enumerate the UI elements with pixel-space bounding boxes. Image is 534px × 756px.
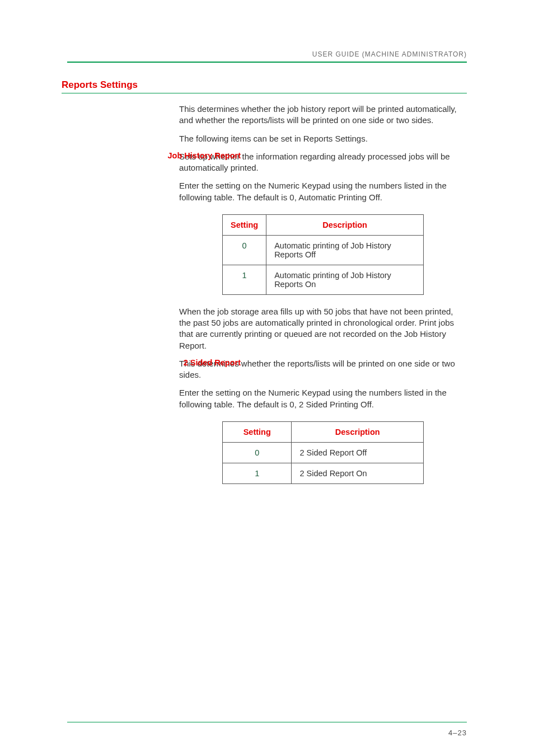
col-setting-header: Setting: [223, 421, 292, 442]
job-history-label: Job History Report: [134, 151, 241, 160]
cell-description: 2 Sided Report On: [292, 463, 424, 483]
cell-setting: 1: [223, 463, 292, 483]
table-row: 1 2 Sided Report On: [223, 463, 424, 483]
two-sided-p2: Enter the setting on the Numeric Keypad …: [179, 387, 467, 410]
col-description-header: Description: [266, 214, 424, 235]
job-history-p3: When the job storage area fills up with …: [179, 306, 467, 351]
two-sided-label: 2 Sided Report: [134, 358, 241, 367]
header-rule: [67, 62, 467, 63]
section-title: Reports Settings: [62, 79, 467, 91]
job-history-block: Job History Report Sets up whether the i…: [67, 151, 467, 351]
cell-description: Automatic printing of Job History Report…: [266, 235, 424, 265]
two-sided-block: 2 Sided Report This determines whether t…: [67, 358, 467, 484]
page-container: USER GUIDE (MACHINE ADMINISTRATOR) Repor…: [0, 0, 534, 756]
job-history-p2: Enter the setting on the Numeric Keypad …: [179, 180, 467, 203]
table-header-row: Setting Description: [223, 214, 424, 235]
intro-paragraph-1: This determines whether the job history …: [179, 104, 467, 126]
table-row: 0 2 Sided Report Off: [223, 442, 424, 463]
page-number: 4–23: [448, 729, 467, 737]
intro-paragraph-2: The following items can be set in Report…: [179, 133, 467, 144]
col-setting-header: Setting: [223, 214, 266, 235]
table-row: 0 Automatic printing of Job History Repo…: [223, 235, 424, 265]
two-sided-table: Setting Description 0 2 Sided Report Off…: [222, 421, 424, 484]
cell-setting: 0: [223, 442, 292, 463]
running-head: USER GUIDE (MACHINE ADMINISTRATOR): [67, 50, 467, 62]
cell-setting: 0: [223, 235, 266, 265]
col-description-header: Description: [292, 421, 424, 442]
table-row: 1 Automatic printing of Job History Repo…: [223, 265, 424, 294]
title-rule: [62, 93, 467, 93]
table-header-row: Setting Description: [223, 421, 424, 442]
job-history-table: Setting Description 0 Automatic printing…: [222, 214, 424, 295]
cell-setting: 1: [223, 265, 266, 294]
cell-description: Automatic printing of Job History Report…: [266, 265, 424, 294]
footer-rule: [67, 722, 467, 722]
cell-description: 2 Sided Report Off: [292, 442, 424, 463]
intro-block: This determines whether the job history …: [179, 104, 467, 144]
